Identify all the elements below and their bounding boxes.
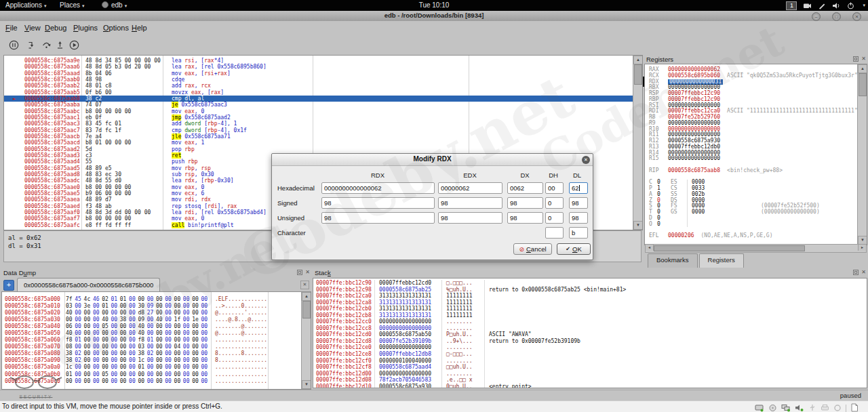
signed-dl-field[interactable]: 98 xyxy=(569,197,588,209)
scrollbar-thumb[interactable] xyxy=(302,301,311,318)
record-icon[interactable] xyxy=(833,403,842,412)
dump-row[interactable]: 0000558c:6875a04006000000050000004000000… xyxy=(2,323,302,330)
unsigned-rdx-field[interactable]: 98 xyxy=(321,212,435,224)
hex-dl-field[interactable]: 62 xyxy=(569,182,588,194)
disasm-row[interactable]: 0000558c:6875aac783 7d fc 1fcmp dword [r… xyxy=(4,127,633,133)
new-dump-tab-button[interactable]: + xyxy=(3,280,14,291)
scrollbar-thumb[interactable] xyxy=(654,245,805,251)
character-dl-field[interactable]: b xyxy=(569,227,588,239)
signed-dh-field[interactable]: 0 xyxy=(545,197,564,209)
flag-row[interactable]: D0 xyxy=(645,215,858,222)
power-icon[interactable] xyxy=(847,2,854,9)
disasm-row[interactable]: 0000558c:6875aab50f b6 00movzx eax, [rax… xyxy=(4,89,633,96)
hex-dx-field[interactable]: 0062 xyxy=(507,182,543,194)
ok-button[interactable]: ✔OK xyxy=(557,243,591,255)
unsigned-edx-field[interactable]: 98 xyxy=(438,212,502,224)
run-button[interactable] xyxy=(68,39,80,51)
signed-dx-field[interactable]: 98 xyxy=(507,197,543,209)
maximize-button[interactable]: □ xyxy=(832,12,841,21)
disasm-row[interactable]: 0000558c:6875aaba74 07je 0x558c6875aac3 xyxy=(4,102,633,108)
pause-button[interactable] xyxy=(8,39,20,51)
stack-row[interactable]: 00007ffe:bbc12cf00000000100040000.......… xyxy=(313,358,865,365)
disasm-row[interactable]: 0000558c:6875aad25dpop rbp xyxy=(4,146,633,152)
stack-row[interactable]: 00007ffe:bbc12cb031313131313131311111111… xyxy=(313,306,865,312)
scroll-down-button[interactable]: ▼ xyxy=(633,221,643,230)
dump-row[interactable]: 0000558c:6875a05040000000000000004000000… xyxy=(2,330,302,337)
dump-row[interactable]: 0000558c:6875a07008000000000000000300000… xyxy=(2,344,302,350)
disasm-row[interactable]: 0000558c:6875aa9e48 8d 34 85 00 00 00 00… xyxy=(4,58,633,64)
register-row[interactable]: R150000000000000000 xyxy=(645,156,858,162)
unsigned-dh-field[interactable]: 0 xyxy=(545,212,564,224)
stack-row[interactable]: 00007ffe:bbc12ca031313131313131311111111… xyxy=(313,293,865,300)
flag-row[interactable]: T0GS0000(0000000000000000) xyxy=(645,209,858,215)
scroll-left-button[interactable]: ◂ xyxy=(646,245,654,251)
edb-app-menu[interactable]: edb▾ xyxy=(102,0,127,12)
clock[interactable]: Tue 10:10 xyxy=(419,0,450,11)
cancel-button[interactable]: ⊘Cancel xyxy=(513,243,552,255)
tab-bookmarks[interactable]: Bookmarks xyxy=(648,253,698,268)
step-over-button[interactable] xyxy=(41,39,52,51)
tab-registers[interactable]: Registers xyxy=(699,253,744,268)
pen-icon[interactable] xyxy=(818,2,826,9)
scroll-down-button[interactable]: ▼ xyxy=(302,380,311,389)
dialog-close-button[interactable]: ✕ xyxy=(582,156,590,164)
workspace-indicator[interactable]: 1 xyxy=(786,1,797,10)
stack-row[interactable]: 00007ffe:bbc12d0878f2acb705046583.e..□□ … xyxy=(313,377,865,384)
cdrom-icon[interactable] xyxy=(768,403,777,412)
scroll-right-button[interactable]: ▸ xyxy=(858,245,866,251)
disasm-row[interactable]: 0000558c:6875aac383 45 fc 01add dword [r… xyxy=(4,121,633,127)
disassembly-scrollbar[interactable]: ▲ ▼ xyxy=(633,56,642,230)
stack-row[interactable]: 00007ffe:bbc12cd00000558c6875ab50P□uh.U.… xyxy=(313,331,865,338)
signed-rdx-field[interactable]: 98 xyxy=(321,197,435,209)
scroll-up-button[interactable]: ▲ xyxy=(302,292,311,301)
scroll-up-button[interactable]: ▲ xyxy=(858,64,867,73)
volume-icon[interactable] xyxy=(832,2,841,9)
menu-file[interactable]: File xyxy=(5,24,18,32)
window-titlebar[interactable]: edb - /root/Downloads/bin [8934] – □ ✕ xyxy=(0,11,868,22)
hex-dh-field[interactable]: 00 xyxy=(545,182,564,194)
places-menu[interactable]: Places▾ xyxy=(60,0,85,12)
applications-menu[interactable]: Applications▾ xyxy=(5,0,46,12)
close-panel-icon[interactable]: ✕ xyxy=(861,56,866,62)
menu-options[interactable]: Options xyxy=(103,24,129,32)
dump-row[interactable]: 0000558c:6875a0a01c000000000000000100000… xyxy=(2,364,302,371)
disasm-row[interactable]: ►0000558c:6875aab838 c2cmp dl, al xyxy=(4,96,633,102)
harddisk-icon[interactable] xyxy=(755,403,764,412)
minimize-button[interactable]: – xyxy=(812,12,821,21)
stack-row[interactable]: 00007ffe:bbc12cd800007fe52b39109b..9+\..… xyxy=(313,338,865,345)
stack-row[interactable]: 00007ffe:bbc12cf80000558c6875aad4□□uh.U.… xyxy=(313,364,865,371)
stack-row[interactable]: 00007ffe:bbc12ca831313131313131311111111… xyxy=(313,300,865,306)
menu-view[interactable]: View xyxy=(24,24,41,32)
dump-row[interactable]: 0000558c:6875a03000000000400038000900400… xyxy=(2,316,302,323)
character-dh-field[interactable] xyxy=(545,227,564,239)
dump-row[interactable]: 0000558c:6875a01003003e00010000003009000… xyxy=(2,303,302,310)
stack-row[interactable]: 00007ffe:bbc12d000000000000000000.......… xyxy=(313,371,865,377)
register-row[interactable]: EFL00000206(NO,AE,NE,A,NS,P,GE,G) xyxy=(645,233,858,239)
menu-plugins[interactable]: Plugins xyxy=(73,24,98,32)
disasm-row[interactable]: 0000558c:6875aacdb8 01 00 00 00mov eax, … xyxy=(4,140,633,146)
close-panel-icon[interactable]: ✕ xyxy=(861,270,866,275)
disasm-row[interactable]: 0000558c:6875aabcb8 00 00 00 00mov eax, … xyxy=(4,108,633,115)
close-tab-button[interactable]: ✕ xyxy=(300,281,309,289)
hex-edx-field[interactable]: 00000062 xyxy=(438,182,502,194)
float-panel-icon[interactable] xyxy=(853,270,859,275)
dump-row[interactable]: 0000558c:6875a0007f454c46020101000000000… xyxy=(2,296,302,303)
disasm-row[interactable]: 0000558c:6875aaa648 8d 05 b3 0d 20 00lea… xyxy=(4,64,633,70)
menu-debug[interactable]: Debug xyxy=(45,24,66,32)
dump-row[interactable]: 0000558c:6875a08038020000000000003802000… xyxy=(2,350,302,357)
disasm-row[interactable]: 0000558c:6875aab048 98cdqe xyxy=(4,77,633,83)
hex-rdx-field[interactable]: 0000000000000062 xyxy=(321,182,435,194)
stack-row[interactable]: 00007ffe:bbc12c9000007ffebbc12cd0□.□□□..… xyxy=(313,280,865,287)
disasm-row[interactable]: 0000558c:6875aac1eb 0fjmp 0x558c6875aad2 xyxy=(4,115,633,121)
signed-edx-field[interactable]: 98 xyxy=(438,197,502,209)
dialog-titlebar[interactable]: Modify RDX ✕ xyxy=(272,154,593,166)
stack-row[interactable]: 00007ffe:bbc12ce00000000000000000.......… xyxy=(313,344,865,351)
stack-row[interactable]: 00007ffe:bbc12ce800007ffebbc12db8□-□□□..… xyxy=(313,351,865,358)
close-panel-icon[interactable]: ✕ xyxy=(305,270,310,275)
sound-icon[interactable] xyxy=(795,403,804,412)
dump-row[interactable]: 0000558c:6875a0c000000000000000000000000… xyxy=(2,378,302,385)
register-row[interactable]: RIP0000558c6875aab8<bin!check_pw+88> xyxy=(645,168,858,174)
float-panel-icon[interactable] xyxy=(853,56,859,62)
scrollbar-thumb[interactable] xyxy=(859,73,867,96)
float-panel-icon[interactable] xyxy=(297,270,302,275)
